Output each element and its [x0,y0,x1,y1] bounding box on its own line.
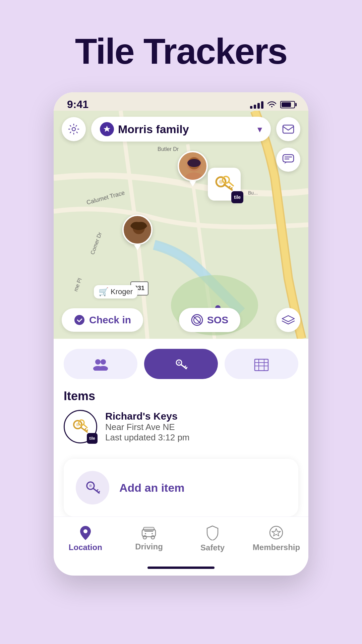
sos-label: SOS [207,314,228,326]
items-section: Items tile [64,389,298,453]
family-selector[interactable]: Morris family ▾ [91,117,271,142]
tab-building[interactable] [225,349,298,379]
home-indicator [147,567,215,569]
family-name: Morris family [118,123,253,136]
nav-label-safety: Safety [200,543,225,552]
tile-badge: tile [231,191,243,203]
svg-text:Bu...: Bu... [248,190,258,196]
svg-point-48 [143,536,146,539]
family-badge [100,122,114,136]
item-tile-badge: tile [87,433,98,444]
checkin-label: Check in [89,314,131,326]
svg-marker-17 [104,126,110,132]
svg-point-34 [101,359,106,365]
nav-item-driving[interactable]: Driving [125,526,172,551]
add-item-card[interactable]: Add an item [64,459,298,517]
nav-label-location: Location [69,543,102,552]
svg-point-33 [95,359,101,365]
chat-button[interactable] [276,148,300,172]
svg-point-45 [83,529,87,533]
status-icons [250,101,295,109]
signal-icon [250,101,263,109]
svg-point-51 [152,533,153,534]
svg-point-52 [270,526,283,539]
bottom-panel: Items tile [54,339,308,453]
map-bottom-buttons: Check in SOS [62,308,300,332]
status-bar: 9:41 [54,92,308,111]
item-name: Richard's Keys [105,411,298,422]
kroger-label: 🛒 Kroger [94,285,137,299]
item-location: Near First Ave NE [105,422,298,432]
item-time: Last updated 3:12 pm [105,432,298,443]
safety-icon [206,525,219,540]
svg-point-44 [89,484,92,487]
svg-point-30 [74,315,84,325]
svg-point-49 [151,536,155,539]
add-item-label: Add an item [119,481,185,494]
svg-point-21 [185,172,203,181]
svg-point-25 [129,238,149,245]
nav-item-location[interactable]: Location [62,525,109,552]
svg-point-16 [72,127,75,131]
sos-button[interactable]: SOS [179,308,240,332]
item-icon: tile [64,410,97,443]
svg-marker-53 [272,529,281,536]
nav-item-membership[interactable]: Membership [253,525,300,552]
map-header: Morris family ▾ [54,117,308,142]
tab-people[interactable] [64,349,137,379]
keys-pin[interactable]: tile [208,168,241,201]
map-container: Calumet Trace Butler Dr Bu... Comer Dr m… [54,111,308,339]
location-icon [79,525,92,540]
avatar-pin-man[interactable] [178,151,208,186]
driving-icon [141,526,157,539]
tab-items[interactable] [144,349,218,379]
layers-button[interactable] [276,308,300,332]
wifi-icon [267,101,277,109]
tab-switcher [64,349,298,379]
svg-text:Butler Dr: Butler Dr [158,146,179,152]
nav-label-driving: Driving [135,542,163,551]
items-title: Items [64,389,298,403]
battery-icon [280,101,295,108]
mail-button[interactable] [276,117,300,141]
svg-rect-19 [283,155,294,162]
phone-mockup: 9:41 [54,92,308,576]
nav-label-membership: Membership [253,543,300,552]
chevron-down-icon: ▾ [257,124,262,135]
svg-point-38 [178,362,180,364]
avatar-pin-woman[interactable] [122,215,153,250]
membership-icon [269,525,284,540]
checkin-button[interactable]: Check in [62,308,143,332]
svg-rect-18 [283,125,294,133]
add-item-icon [76,471,109,504]
bottom-nav: Location Driving [54,517,308,562]
svg-point-23 [187,159,201,167]
nav-item-safety[interactable]: Safety [189,525,236,552]
svg-point-50 [145,533,146,534]
svg-rect-39 [255,359,268,371]
status-time: 9:41 [67,98,88,111]
page-title: Tile Trackers [75,30,287,72]
item-info: Richard's Keys Near First Ave NE Last up… [105,411,298,443]
map-side-buttons [276,148,300,172]
item-row[interactable]: tile Richard's Keys Near First Ave NE La… [64,410,298,453]
settings-button[interactable] [62,117,86,141]
